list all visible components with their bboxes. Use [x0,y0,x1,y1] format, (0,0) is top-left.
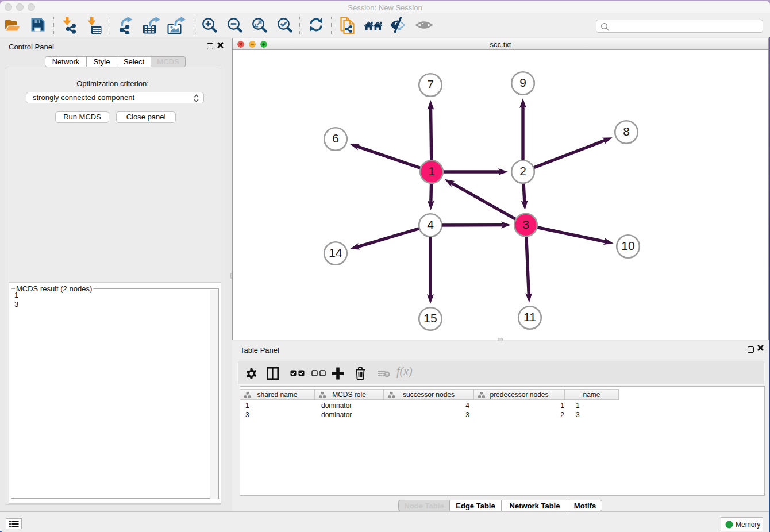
svg-text:10: 10 [621,239,634,252]
svg-text:11: 11 [523,310,536,323]
svg-text:9: 9 [519,76,526,89]
svg-text:14: 14 [329,246,342,259]
svg-text:2: 2 [519,164,526,178]
svg-text:15: 15 [424,311,437,325]
svg-text:8: 8 [623,125,630,138]
svg-text:6: 6 [332,132,339,145]
svg-text:7: 7 [427,78,434,91]
svg-text:4: 4 [427,218,434,231]
svg-text:1: 1 [428,164,435,178]
svg-text:3: 3 [522,218,529,231]
